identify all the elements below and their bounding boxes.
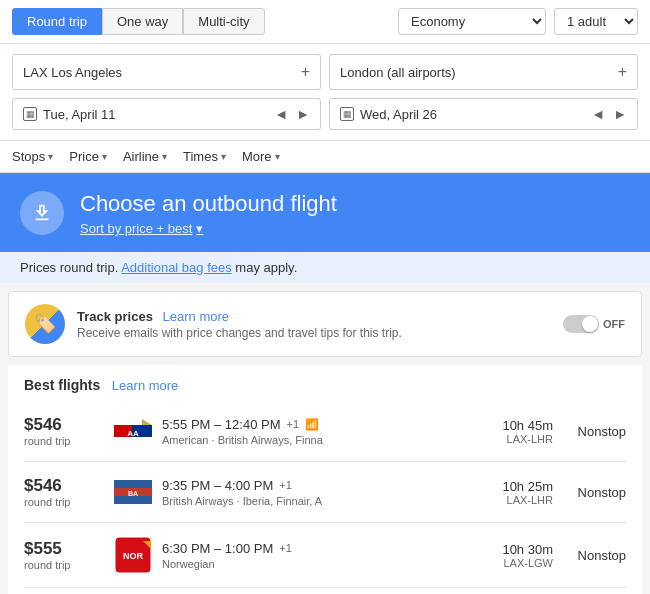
outbound-banner: Choose an outbound flight Sort by price … xyxy=(0,173,650,252)
filter-stops-arrow: ▾ xyxy=(48,151,53,162)
flight-airline: Norwegian xyxy=(162,558,475,570)
origin-label: LAX Los Angeles xyxy=(23,65,122,80)
origin-input[interactable]: LAX Los Angeles + xyxy=(12,54,321,90)
return-date-input[interactable]: ▦ Wed, April 26 ◄ ► xyxy=(329,98,638,130)
filter-stops[interactable]: Stops ▾ xyxy=(12,149,53,164)
main-container: Round trip One way Multi-city Economy Pr… xyxy=(0,0,650,594)
down-arrow-icon xyxy=(20,191,64,235)
svg-text:BA: BA xyxy=(128,490,138,497)
track-prices-learn-more[interactable]: Learn more xyxy=(163,309,229,324)
location-row: LAX Los Angeles + London (all airports) … xyxy=(12,54,638,90)
svg-text:NOR: NOR xyxy=(123,551,144,561)
price-type: round trip xyxy=(24,496,104,508)
download-svg xyxy=(31,202,53,224)
top-bar: Round trip One way Multi-city Economy Pr… xyxy=(0,0,650,44)
price-notice-suffix: may apply. xyxy=(232,260,298,275)
depart-date-nav: ◄ ► xyxy=(274,106,310,122)
price-amount: $546 xyxy=(24,415,104,435)
flight-stops: Nonstop xyxy=(561,548,626,563)
top-right-controls: Economy Premium Economy Business First 1… xyxy=(398,8,638,35)
filter-airline-arrow: ▾ xyxy=(162,151,167,162)
depart-date-label: Tue, April 11 xyxy=(43,107,116,122)
return-date-label: Wed, April 26 xyxy=(360,107,437,122)
flight-price: $546 round trip xyxy=(24,415,104,447)
times-label: 6:30 PM – 1:00 PM xyxy=(162,541,273,556)
track-prices-description: Receive emails with price changes and tr… xyxy=(77,326,551,340)
toggle-knob xyxy=(582,316,598,332)
filter-price-label: Price xyxy=(69,149,99,164)
duration-route: LAX-LHR xyxy=(483,494,553,506)
multi-city-button[interactable]: Multi-city xyxy=(183,8,264,35)
flight-stops: Nonstop xyxy=(561,424,626,439)
price-type: round trip xyxy=(24,559,104,571)
times-label: 9:35 PM – 4:00 PM xyxy=(162,478,273,493)
flight-details: 5:55 PM – 12:40 PM +1 📶 American · Briti… xyxy=(162,417,475,446)
one-way-button[interactable]: One way xyxy=(102,8,183,35)
flight-airline: British Airways · Iberia, Finnair, A xyxy=(162,495,475,507)
flight-row[interactable]: $556 round trip VS 3:45 PM – 10:15 AM +1… xyxy=(24,588,626,594)
flight-row[interactable]: $555 round trip NOR 6:30 PM – 1:00 PM +1… xyxy=(24,523,626,588)
depart-prev-button[interactable]: ◄ xyxy=(274,106,288,122)
flight-times: 5:55 PM – 12:40 PM +1 📶 xyxy=(162,417,475,432)
best-flights-section: Best flights Learn more $546 round trip … xyxy=(8,365,642,594)
track-prices-toggle[interactable]: OFF xyxy=(563,315,625,333)
flight-times: 6:30 PM – 1:00 PM +1 xyxy=(162,541,475,556)
date-row: ▦ Tue, April 11 ◄ ► ▦ Wed, April 26 ◄ ► xyxy=(12,98,638,130)
filter-more[interactable]: More ▾ xyxy=(242,149,280,164)
destination-input[interactable]: London (all airports) + xyxy=(329,54,638,90)
duration-time: 10h 30m xyxy=(483,542,553,557)
filter-more-label: More xyxy=(242,149,272,164)
price-notice-prefix: Prices round trip. xyxy=(20,260,121,275)
destination-label: London (all airports) xyxy=(340,65,456,80)
flight-duration: 10h 25m LAX-LHR xyxy=(483,479,553,506)
best-flights-header: Best flights Learn more xyxy=(24,377,626,401)
filter-airline-label: Airline xyxy=(123,149,159,164)
depart-next-button[interactable]: ► xyxy=(296,106,310,122)
flight-duration: 10h 45m LAX-LHR xyxy=(483,418,553,445)
flight-row[interactable]: $546 round trip AA 5:55 PM – 12:40 PM +1… xyxy=(24,401,626,462)
filter-airline[interactable]: Airline ▾ xyxy=(123,149,167,164)
passengers-select[interactable]: 1 adult 2 adults 3 adults xyxy=(554,8,638,35)
flight-airline: American · British Airways, Finna xyxy=(162,434,475,446)
return-next-button[interactable]: ► xyxy=(613,106,627,122)
round-trip-button[interactable]: Round trip xyxy=(12,8,102,35)
american-airlines-logo: AA xyxy=(114,417,152,445)
toggle-track[interactable] xyxy=(563,315,599,333)
price-type: round trip xyxy=(24,435,104,447)
flight-details: 9:35 PM – 4:00 PM +1 British Airways · I… xyxy=(162,478,475,507)
british-airways-logo: BA xyxy=(114,480,152,504)
sort-chevron: ▾ xyxy=(196,221,203,236)
origin-plus: + xyxy=(301,63,310,81)
filter-bar: Stops ▾ Price ▾ Airline ▾ Times ▾ More ▾ xyxy=(0,141,650,173)
toggle-off-label: OFF xyxy=(603,318,625,330)
price-amount: $555 xyxy=(24,539,104,559)
filter-price[interactable]: Price ▾ xyxy=(69,149,107,164)
sort-label: Sort by price + best xyxy=(80,221,192,236)
duration-route: LAX-LGW xyxy=(483,557,553,569)
flight-row[interactable]: $546 round trip BA 9:35 PM – 4:00 PM +1 … xyxy=(24,462,626,523)
depart-date-input[interactable]: ▦ Tue, April 11 ◄ ► xyxy=(12,98,321,130)
bag-fees-link[interactable]: Additional bag fees xyxy=(121,260,232,275)
filter-stops-label: Stops xyxy=(12,149,45,164)
duration-time: 10h 45m xyxy=(483,418,553,433)
sort-selector[interactable]: Sort by price + best ▾ xyxy=(80,221,337,236)
flight-times: 9:35 PM – 4:00 PM +1 xyxy=(162,478,475,493)
best-flights-learn-more[interactable]: Learn more xyxy=(112,378,178,393)
price-amount: $546 xyxy=(24,476,104,496)
filter-more-arrow: ▾ xyxy=(275,151,280,162)
next-day: +1 xyxy=(279,542,292,554)
times-label: 5:55 PM – 12:40 PM xyxy=(162,417,281,432)
outbound-text: Choose an outbound flight Sort by price … xyxy=(80,191,337,236)
cabin-class-select[interactable]: Economy Premium Economy Business First xyxy=(398,8,546,35)
track-prices-icon: 🏷️ xyxy=(25,304,65,344)
next-day: +1 xyxy=(287,418,300,430)
flight-price: $555 round trip xyxy=(24,539,104,571)
price-notice: Prices round trip. Additional bag fees m… xyxy=(0,252,650,283)
filter-times[interactable]: Times ▾ xyxy=(183,149,226,164)
track-prices-title: Track prices xyxy=(77,309,153,324)
wifi-icon: 📶 xyxy=(305,418,319,431)
return-prev-button[interactable]: ◄ xyxy=(591,106,605,122)
return-date-nav: ◄ ► xyxy=(591,106,627,122)
track-prices-section: 🏷️ Track prices Learn more Receive email… xyxy=(8,291,642,357)
destination-plus: + xyxy=(618,63,627,81)
